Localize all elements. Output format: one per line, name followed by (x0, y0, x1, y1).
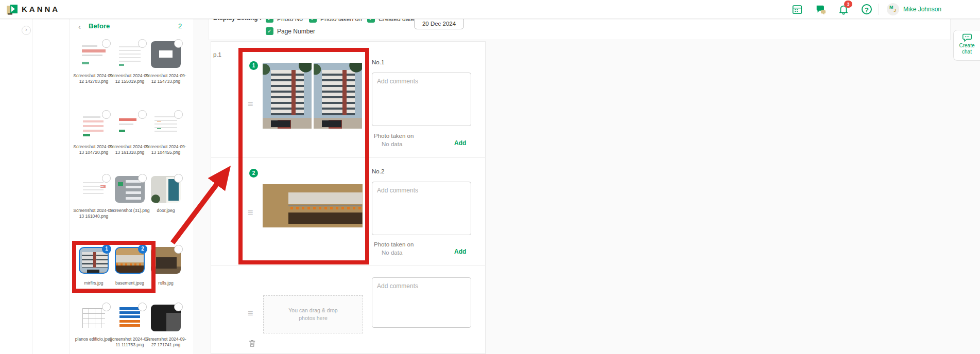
thumbnail[interactable] (79, 112, 109, 139)
created-date-label: Created date (379, 19, 414, 23)
thumbnail-checkbox[interactable] (174, 303, 183, 311)
top-header: KANNA 3 ? M J Mike Johnson (0, 0, 980, 19)
selection-badge: 2 (138, 244, 147, 254)
notifications-icon[interactable]: 3 (838, 4, 849, 15)
panel-border (70, 19, 70, 354)
photo-basement-image (263, 184, 363, 227)
comments-input[interactable] (372, 277, 471, 328)
photo-number-badge: 1 (249, 61, 258, 70)
add-date-button[interactable]: Add (454, 139, 466, 147)
photo-basement[interactable] (263, 184, 363, 227)
thumbnail-checkbox[interactable] (102, 110, 111, 119)
page-number-label: Page Number (277, 28, 315, 35)
collapse-sidebar-button[interactable]: › (22, 26, 31, 35)
thumbnail[interactable] (115, 305, 145, 331)
create-chat-button[interactable]: Create chat (953, 30, 980, 61)
trash-icon[interactable] (248, 339, 256, 348)
logo-text[interactable]: KANNA (22, 5, 60, 13)
thumbnail-checkbox[interactable] (138, 39, 147, 48)
comments-input[interactable] (372, 182, 471, 235)
photo-no-label: Photo No (277, 19, 303, 23)
photo-taken-on-label: Photo taken on (374, 241, 414, 247)
panel-title[interactable]: Before (89, 22, 110, 30)
thumbnail-checkbox[interactable] (138, 174, 147, 183)
row-divider (211, 266, 486, 266)
thumbnail-filename: Screenshot 2024-09-27 171741.png (144, 337, 188, 348)
thumbnail[interactable] (79, 41, 109, 68)
photo-buildings-right (314, 63, 362, 129)
notification-badge: 3 (844, 1, 852, 8)
kanna-logo-icon[interactable] (6, 4, 19, 15)
kanna-app: KANNA 3 ? M J Mike Johnson (0, 0, 980, 354)
avatar[interactable]: M J (887, 3, 899, 15)
drag-handle-icon[interactable]: ≡ (248, 209, 253, 216)
thumbnail[interactable] (115, 112, 145, 139)
chat-icon[interactable] (815, 4, 827, 15)
comments-input[interactable] (372, 73, 471, 126)
photo-number-badge: 2 (249, 169, 258, 178)
thumbnail-checkbox[interactable] (102, 303, 111, 311)
left-sidebar (0, 19, 32, 354)
user-name[interactable]: Mike Johnson (903, 6, 941, 13)
thumbnail-selected[interactable]: 1 (79, 247, 109, 274)
drag-handle-icon[interactable]: ≡ (248, 100, 253, 108)
selected-count: 2 (178, 22, 182, 30)
create-chat-icon (962, 33, 972, 42)
help-icon[interactable]: ? (862, 4, 872, 14)
page-number-checkbox[interactable]: ✓ (266, 27, 273, 35)
thumbnail-checkbox[interactable] (102, 39, 111, 48)
thumbnail[interactable] (151, 305, 181, 331)
photo-taken-label: Photo taken on (320, 19, 362, 23)
create-chat-label: chat (954, 49, 980, 55)
display-settings-bar: Display Setting : ✓ Photo No ✓ Photo tak… (209, 19, 951, 40)
thumbnail-checkbox[interactable] (138, 110, 147, 119)
entry-number-label: No.2 (372, 168, 384, 174)
photo-taken-checkbox[interactable]: ✓ (309, 19, 317, 23)
selection-badge: 1 (102, 244, 111, 254)
thumbnail-checkbox[interactable] (174, 245, 183, 254)
row-divider (211, 157, 486, 158)
photo-no-checkbox[interactable]: ✓ (266, 19, 273, 23)
thumbnail-checkbox[interactable] (174, 174, 183, 183)
thumbnail[interactable] (79, 305, 109, 331)
thumbnail[interactable] (151, 247, 181, 274)
photo-buildings[interactable] (263, 63, 362, 129)
thumbnail-checkbox[interactable] (174, 39, 183, 48)
add-date-button[interactable]: Add (454, 248, 466, 255)
back-chevron-icon[interactable]: ‹ (78, 22, 81, 31)
drag-handle-icon[interactable]: ≡ (248, 310, 253, 317)
thumbnail-checkbox[interactable] (174, 110, 183, 119)
created-date-checkbox[interactable]: ✓ (367, 19, 375, 23)
thumbnail[interactable] (151, 41, 181, 68)
photo-taken-on-label: Photo taken on (374, 133, 414, 139)
photo-taken-on-value: No data (382, 141, 402, 147)
thumbnail[interactable] (115, 176, 145, 203)
dropzone-text: You can drag & drop photos here (283, 307, 343, 322)
page-number-value: p.1 (213, 51, 221, 58)
thumbnail-filename: rolls.jpg (144, 280, 188, 286)
calendar-icon[interactable] (792, 4, 803, 15)
date-input[interactable]: 20 Dec 2024 (414, 19, 464, 29)
thumbnail-selected[interactable]: 2 (115, 247, 145, 274)
photo-taken-on-value: No data (382, 250, 402, 256)
thumbnail-checkbox[interactable] (102, 174, 111, 183)
photo-dropzone[interactable]: You can drag & drop photos here (263, 295, 363, 333)
photo-buildings-left (263, 63, 312, 129)
thumbnail[interactable] (79, 176, 109, 203)
thumbnail[interactable] (115, 41, 145, 68)
thumbnail-filename: door.jpeg (144, 208, 188, 214)
thumbnail-checkbox[interactable] (138, 303, 147, 311)
entry-number-label: No.1 (372, 59, 384, 65)
header-divider (879, 4, 879, 15)
thumbnail[interactable] (151, 176, 181, 203)
create-chat-label: Create (954, 43, 980, 49)
thumbnail-filename: Screenshot 2024-09-12 154733.png (144, 73, 188, 84)
thumbnail-filename: Screenshot 2024-09-13 104455.png (144, 144, 188, 155)
thumbnail[interactable] (151, 112, 181, 139)
